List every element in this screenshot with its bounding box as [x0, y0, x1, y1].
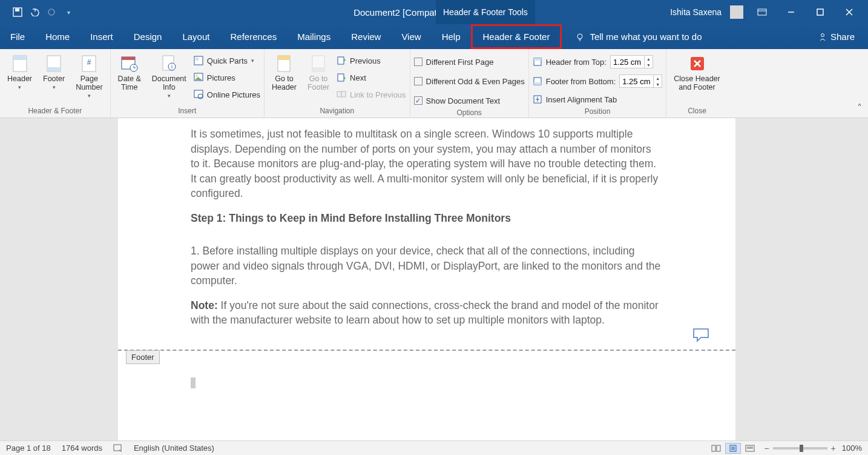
spell-check-icon[interactable] [113, 444, 123, 453]
page-number-button[interactable]: # Page Number▾ [72, 53, 106, 100]
share-button[interactable]: Share [818, 24, 868, 49]
date-time-label: Date & Time [118, 75, 141, 91]
close-hf-label: Close Header and Footer [674, 75, 720, 91]
page: It is sometimes, just not feasible to mu… [118, 118, 735, 440]
svg-rect-30 [338, 74, 344, 81]
tab-help[interactable]: Help [432, 24, 471, 49]
different-first-page-checkbox[interactable]: Different First Page [414, 55, 525, 68]
zoom-out-icon[interactable]: − [764, 443, 769, 453]
header-button[interactable]: Header▾ [4, 53, 36, 91]
zoom-in-icon[interactable]: + [831, 443, 836, 453]
document-workspace[interactable]: It is sometimes, just not feasible to mu… [0, 118, 868, 440]
svg-rect-36 [534, 82, 541, 85]
checkbox-icon [414, 58, 422, 66]
footer-bottom-input[interactable] [620, 75, 653, 87]
maximize-icon[interactable] [810, 3, 830, 21]
paragraph: 1. Before installing multiple displays o… [191, 244, 663, 288]
goto-header-label: Go to Header [272, 75, 297, 91]
word-count[interactable]: 1764 words [62, 443, 102, 453]
quick-parts-label: Quick Parts [207, 56, 248, 65]
tell-me-search[interactable]: Tell me what you want to do [575, 24, 702, 49]
tab-mailings[interactable]: Mailings [287, 24, 341, 49]
svg-rect-40 [712, 445, 715, 451]
next-label: Next [350, 73, 366, 82]
footer-edit-area[interactable] [118, 351, 735, 423]
svg-rect-10 [47, 67, 61, 71]
undo-icon[interactable] [29, 7, 40, 18]
document-body-text: It is sometimes, just not feasible to mu… [118, 118, 735, 350]
view-mode-buttons [708, 443, 758, 454]
close-header-footer-button[interactable]: Close Header and Footer [670, 53, 723, 93]
collapse-ribbon-icon[interactable]: ˄ [857, 102, 862, 114]
tab-design[interactable]: Design [123, 24, 173, 49]
minimize-icon[interactable] [781, 3, 801, 21]
insert-alignment-tab-button[interactable]: Insert Alignment Tab [533, 93, 663, 106]
goto-footer-icon [309, 54, 328, 73]
date-time-button[interactable]: Date & Time [114, 53, 145, 93]
svg-rect-1 [15, 8, 19, 12]
print-layout-icon[interactable] [725, 443, 741, 454]
ribbon-display-options-icon[interactable] [752, 3, 772, 21]
spinner-down-icon[interactable]: ▼ [654, 81, 662, 87]
show-document-text-checkbox[interactable]: ✓Show Document Text [414, 94, 525, 107]
online-pictures-label: Online Pictures [207, 90, 260, 99]
goto-header-icon [274, 54, 294, 73]
svg-point-22 [196, 75, 197, 77]
tab-home[interactable]: Home [35, 24, 80, 49]
previous-button[interactable]: Previous [337, 54, 406, 67]
spinner-down-icon[interactable]: ▼ [645, 62, 653, 68]
tab-layout[interactable]: Layout [172, 24, 220, 49]
tab-file[interactable]: File [0, 24, 35, 49]
goto-header-button[interactable]: Go to Header [268, 53, 300, 93]
svg-rect-26 [278, 56, 290, 60]
checkbox-icon [414, 77, 422, 85]
read-mode-icon[interactable] [708, 443, 724, 454]
slider-track[interactable] [773, 447, 827, 450]
step-heading: Step 1: Things to Keep in Mind Before In… [191, 211, 663, 226]
save-icon[interactable] [12, 7, 23, 18]
close-icon[interactable] [839, 3, 860, 21]
link-to-previous-button: Link to Previous [337, 88, 406, 101]
tab-review[interactable]: Review [341, 24, 391, 49]
zoom-percent[interactable]: 100% [842, 443, 862, 453]
svg-rect-29 [338, 57, 344, 64]
tab-insert[interactable]: Insert [80, 24, 123, 49]
footer-button[interactable]: Footer▾ [39, 53, 68, 91]
header-top-input[interactable] [611, 56, 644, 68]
web-layout-icon[interactable] [742, 443, 758, 454]
document-info-button[interactable]: i Document Info▾ [148, 53, 190, 100]
header-top-spinner[interactable]: ▲▼ [610, 55, 653, 68]
redo-icon[interactable] [46, 7, 57, 18]
window-controls: Ishita Saxena [670, 3, 868, 21]
next-icon [337, 73, 346, 82]
tab-header-footer[interactable]: Header & Footer [471, 24, 562, 49]
spinner-up-icon[interactable]: ▲ [654, 75, 662, 81]
footer-bottom-spinner[interactable]: ▲▼ [619, 75, 662, 88]
goto-footer-button[interactable]: Go to Footer [304, 53, 333, 93]
slider-thumb[interactable] [800, 445, 803, 452]
online-pictures-button[interactable]: Online Pictures [194, 88, 260, 101]
different-odd-even-checkbox[interactable]: Different Odd & Even Pages [414, 75, 525, 88]
group-label: Insert [114, 105, 260, 118]
language-indicator[interactable]: English (United States) [134, 443, 214, 453]
spinner-up-icon[interactable]: ▲ [645, 56, 653, 62]
page-indicator[interactable]: Page 1 of 18 [6, 443, 51, 453]
pictures-button[interactable]: Pictures [194, 71, 260, 84]
next-button[interactable]: Next [337, 71, 406, 84]
user-avatar-icon[interactable] [730, 5, 743, 19]
quick-parts-button[interactable]: Quick Parts ▾ [194, 54, 260, 67]
link-icon [337, 90, 346, 99]
group-options: Different First Page Different Odd & Eve… [410, 49, 529, 118]
group-label: Options [414, 107, 525, 119]
svg-rect-28 [312, 67, 324, 71]
svg-point-2 [48, 9, 54, 15]
svg-rect-31 [337, 91, 341, 97]
tab-view[interactable]: View [391, 24, 431, 49]
group-label: Close [670, 105, 723, 118]
paragraph: It is sometimes, just not feasible to mu… [191, 127, 663, 201]
customize-qat-icon[interactable]: ▾ [63, 7, 74, 18]
header-icon [10, 54, 30, 73]
comment-indicator-icon[interactable] [692, 328, 709, 342]
tab-references[interactable]: References [220, 24, 287, 49]
zoom-slider[interactable]: − + [764, 443, 835, 453]
